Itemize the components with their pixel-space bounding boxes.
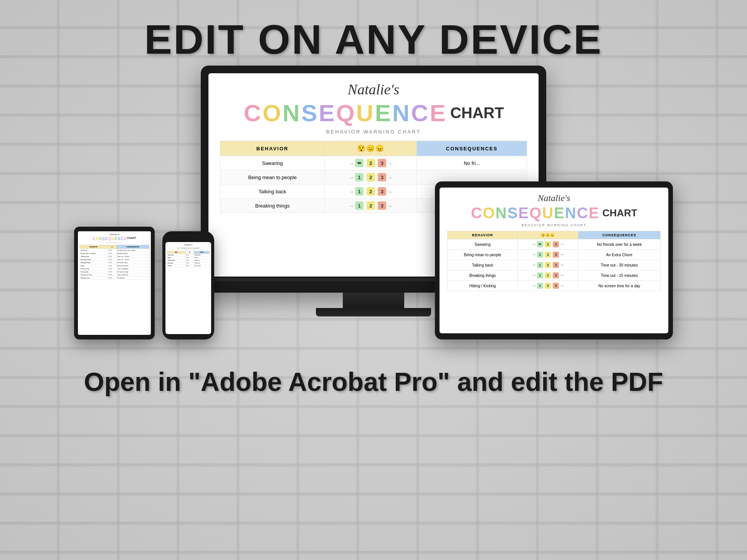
phone-w: 1 2 3 xyxy=(185,262,194,265)
med-chart-word: CHART xyxy=(602,207,637,219)
arr-l: ⇒ xyxy=(532,242,535,246)
tiny-s: S xyxy=(102,237,105,241)
med-consequence-title: C O N S E Q U E N C E CHART xyxy=(471,204,637,222)
tiny-o: O xyxy=(96,237,99,241)
phone-row: Breaking1 2 3Time out xyxy=(167,262,210,265)
small-tablet: Natalie's C O N S E Q U E N C E xyxy=(74,227,155,339)
large-consequence-title: C O N S E Q U E N C E CHART xyxy=(243,99,504,127)
tiny-w: 1 2 3 xyxy=(107,277,116,280)
beh-cell: Breaking things xyxy=(448,270,518,281)
arr-r: ⇒ xyxy=(560,283,564,288)
tiny-c-cell: An Extra Chore xyxy=(116,252,149,255)
tiny-beh: Hitting/Kicking xyxy=(80,261,108,264)
phone-row: Mean1 2 3Chore xyxy=(167,257,210,259)
cons-cell: An Extra Chore xyxy=(578,250,660,260)
large-subtitle: BEHAVIOR WARNING CHART xyxy=(326,129,421,135)
warning-cell: ⇒ 1 2 3 ⇒ xyxy=(325,184,417,199)
left-devices: Natalie's C O N S E Q U E N C E xyxy=(74,227,214,339)
med-e3: E xyxy=(588,204,600,222)
arrow-left: ⇒ xyxy=(350,176,353,180)
tiny-row: Lying1 2 3Extra homework xyxy=(80,264,149,267)
consequence-cell: No fri... xyxy=(417,156,527,170)
wn-3: 3 xyxy=(553,272,559,278)
behavior-cell: Swearing xyxy=(220,156,325,170)
phone-beh: Talking back xyxy=(167,259,185,262)
tiny-w: 1 2 3 xyxy=(107,255,116,258)
med-e2: E xyxy=(554,204,565,222)
med-n1: N xyxy=(495,204,507,222)
tiny-row: Being mean to people1 2 3An Extra Chore xyxy=(80,252,149,255)
large-chart-word: CHART xyxy=(450,104,504,122)
phone-table: BEH W CONS Swearing1 2 3No friends Mean1… xyxy=(167,251,210,267)
warning-3: 3 xyxy=(378,173,386,181)
med-s1: S xyxy=(507,204,518,222)
phone-title: S P O N S O R S H I P xyxy=(167,247,210,250)
tiny-w: 1 2 3 xyxy=(107,270,116,273)
tiny-c2: C xyxy=(121,237,124,241)
med-o1: O xyxy=(483,204,495,222)
tiny-chart: CHART xyxy=(127,237,136,241)
warning-3: 3 xyxy=(378,187,386,196)
phone-th-beh: BEH xyxy=(167,251,185,254)
phone-cursive: Natalie's xyxy=(167,244,210,246)
wn-2: 2 xyxy=(545,262,551,268)
tiny-e3: E xyxy=(124,237,127,241)
tiny-c: C xyxy=(93,237,95,241)
warning-cell: ⇒ 1 2 3 ⇒ xyxy=(325,199,417,213)
warn-cell: ⇒ 1 2 3 ⇒ xyxy=(518,260,578,270)
warning-3: 3 xyxy=(378,159,386,167)
small-tablet-content: Natalie's C O N S E Q U E N C E xyxy=(78,231,151,281)
page-title: EDIT ON ANY DEVICE xyxy=(144,15,603,63)
tiny-n: N xyxy=(99,237,102,241)
tiny-c-cell: Time out - 30 min xyxy=(116,255,149,258)
tiny-q: Q xyxy=(108,237,111,241)
warning-2: 2 xyxy=(367,173,375,181)
arrow-right: ⇒ xyxy=(388,204,392,208)
arr-r: ⇒ xyxy=(560,252,564,257)
th-behavior: BEHAVIOR xyxy=(80,245,108,249)
arrow-left: ⇒ xyxy=(350,190,353,194)
med-beh-header: BEHAVIOR xyxy=(448,231,518,239)
med-behavior-table: BEHAVIOR 😯😑😠 CONSEQUENCES Swearing ⇒ ✏ xyxy=(447,231,661,291)
phone-row: Swearing1 2 3No friends xyxy=(167,254,210,257)
table-row: Being mean to people ⇒ 1 2 3 ⇒ An Extra … xyxy=(448,250,661,260)
letter-c2: C xyxy=(410,99,429,127)
med-cons-header: CONSEQUENCES xyxy=(578,231,660,239)
tiny-subtitle: sponsorship xyxy=(79,242,149,244)
wn-1: 1 xyxy=(537,252,543,258)
warnings-header: 😯😑😠 xyxy=(325,141,417,156)
wn-2: 2 xyxy=(545,272,551,278)
phone-row: Hitting1 2 3No screen xyxy=(167,265,210,267)
behavior-cell: Breaking things xyxy=(220,199,325,213)
med-u1: U xyxy=(542,204,554,222)
tiny-w: 1 2 3 xyxy=(107,267,116,270)
warning-1: ✏ xyxy=(355,159,364,167)
tiny-row: Not listening1 2 3Loss of playtime xyxy=(80,267,149,270)
warning-1: 1 xyxy=(355,187,364,196)
tiny-w: 1 2 3 xyxy=(107,258,116,261)
arrow-left: ⇒ xyxy=(350,161,353,166)
letter-n2: N xyxy=(392,99,410,127)
med-warn-header: 😯😑😠 xyxy=(518,231,578,239)
med-n2: N xyxy=(565,204,577,222)
tablet-frame: Natalie's C O N S E Q U E N C E CHART xyxy=(435,181,673,339)
phone-c: No screen xyxy=(194,265,209,267)
phone-row: Talking back1 2 3Time out xyxy=(167,259,210,262)
tiny-row: Interrupting1 2 3No outdoor play xyxy=(80,270,149,273)
warning-1: 1 xyxy=(355,201,364,210)
right-tablet: Natalie's C O N S E Q U E N C E CHART xyxy=(435,181,673,339)
arr-l: ⇒ xyxy=(532,263,535,267)
phone-notch xyxy=(179,237,198,240)
behavior-header: BEHAVIOR xyxy=(220,141,325,156)
tiny-w: 1 2 3 xyxy=(107,264,116,267)
table-row: Breaking things ⇒ 1 2 3 ⇒ Time out - 15 … xyxy=(448,270,661,281)
wn-1: 1 xyxy=(537,262,543,268)
bottom-text: Open in "Adobe Acrobat Pro" and edit the… xyxy=(84,366,663,398)
arr-r: ⇒ xyxy=(560,263,564,267)
tiny-c-cell: Time out - 15 min xyxy=(116,258,149,261)
arr-l: ⇒ xyxy=(532,273,535,277)
phone-c: No friends xyxy=(194,254,209,257)
arrow-right: ⇒ xyxy=(388,161,392,166)
monitor-stand xyxy=(343,293,404,308)
tiny-c-cell: No outdoor play xyxy=(116,270,149,273)
